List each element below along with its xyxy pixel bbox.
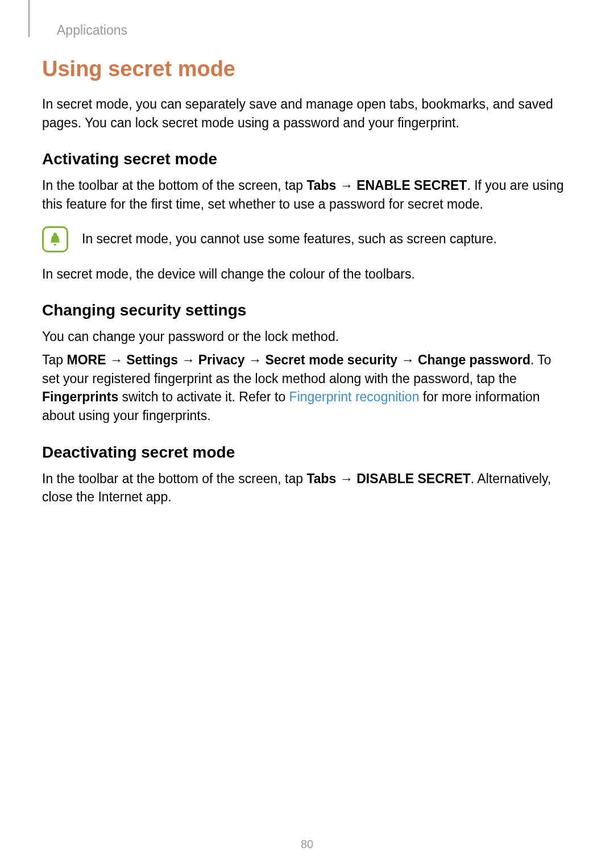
intro-paragraph: In secret mode, you can separately save … [42,95,571,132]
text-bold: MORE [67,352,106,367]
text: Tap [42,352,67,367]
text: → [178,352,198,367]
text-bold: Fingerprints [42,389,118,404]
text: In the toolbar at the bottom of the scre… [42,178,306,193]
page-number: 80 [0,838,614,851]
page-title: Using secret mode [42,57,571,81]
note-block: In secret mode, you cannot use some feat… [42,226,571,252]
changing-heading: Changing security settings [42,301,571,319]
text-bold: Secret mode security [265,352,397,367]
text-bold: ENABLE SECRET [356,178,467,193]
deactivating-heading: Deactivating secret mode [42,443,571,462]
bell-icon [42,226,68,252]
text: In the toolbar at the bottom of the scre… [42,471,306,486]
text-bold: Privacy [198,352,245,367]
header-divider [28,0,30,37]
text-bold: Settings [126,352,178,367]
deactivating-paragraph: In the toolbar at the bottom of the scre… [42,470,571,506]
page-content: Using secret mode In secret mode, you ca… [42,57,571,511]
text: switch to activate it. Refer to [118,389,289,404]
text-bold: DISABLE SECRET [356,471,471,486]
changing-paragraph-2: Tap MORE → Settings → Privacy → Secret m… [42,351,571,425]
text-bold: Change password [418,352,530,367]
note-text: In secret mode, you cannot use some feat… [82,230,497,248]
activating-heading: Activating secret mode [42,150,571,168]
activating-paragraph-2: In secret mode, the device will change t… [42,265,571,284]
text: → [336,471,356,486]
breadcrumb: Applications [57,23,127,38]
text-bold: Tabs [306,178,336,193]
text: → [336,178,356,193]
text: → [397,352,418,367]
text: → [106,352,126,367]
text-bold: Tabs [306,471,336,486]
fingerprint-recognition-link[interactable]: Fingerprint recognition [289,389,420,404]
changing-paragraph-1: You can change your password or the lock… [42,327,571,346]
text: → [245,352,265,367]
activating-paragraph: In the toolbar at the bottom of the scre… [42,176,571,213]
